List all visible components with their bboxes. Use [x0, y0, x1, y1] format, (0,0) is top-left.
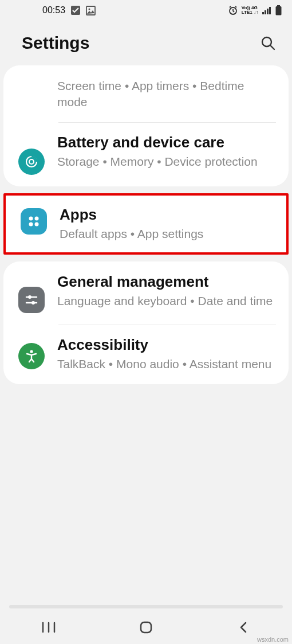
settings-item-title: General management	[57, 273, 276, 291]
settings-item-apps[interactable]: Apps Default apps • App settings	[6, 196, 286, 253]
svg-point-16	[29, 222, 33, 226]
settings-item-subtitle: Language and keyboard • Date and time	[57, 293, 276, 309]
svg-rect-26	[141, 622, 151, 633]
svg-rect-5	[265, 10, 266, 14]
nav-back-button[interactable]	[231, 615, 255, 639]
status-time: 00:53	[42, 5, 65, 15]
search-icon[interactable]	[260, 35, 276, 51]
settings-item-title: Accessibility	[57, 336, 276, 354]
svg-rect-9	[276, 6, 282, 15]
network-type-label: Vo)) 4GLTE1 ↓↑	[242, 6, 258, 15]
svg-rect-4	[262, 12, 264, 14]
header: Settings	[0, 21, 292, 65]
svg-point-22	[30, 350, 33, 353]
nav-home-button[interactable]	[134, 615, 158, 639]
settings-item-subtitle: Screen time • App timers • Bedtime mode	[57, 78, 276, 111]
settings-item-general-management[interactable]: General management Language and keyboard…	[3, 261, 289, 325]
nav-recent-button[interactable]	[37, 615, 61, 639]
settings-item-title: Apps	[60, 206, 274, 224]
settings-item-battery-care[interactable]: Battery and device care Storage • Memory…	[3, 122, 289, 186]
svg-point-2	[89, 8, 90, 10]
page-title: Settings	[22, 33, 89, 53]
settings-card-2: General management Language and keyboard…	[3, 261, 289, 384]
battery-care-icon	[18, 149, 45, 175]
battery-icon	[275, 5, 282, 15]
image-icon	[86, 6, 96, 15]
svg-rect-7	[269, 7, 271, 14]
svg-point-14	[29, 216, 33, 220]
scrollbar-horizontal[interactable]	[9, 605, 283, 608]
settings-item-title: Battery and device care	[57, 134, 276, 151]
checkbox-icon	[71, 6, 80, 15]
signal-icon	[262, 6, 272, 15]
settings-item-accessibility[interactable]: Accessibility TalkBack • Mono audio • As…	[3, 325, 289, 384]
settings-item-subtitle: Storage • Memory • Device protection	[57, 154, 276, 170]
svg-rect-8	[277, 5, 280, 6]
watermark: wsxdn.com	[257, 636, 289, 643]
status-bar: 00:53 Vo)) 4GLTE1 ↓↑	[0, 0, 292, 21]
alarm-icon	[228, 5, 238, 15]
svg-point-19	[28, 295, 31, 299]
settings-item-subtitle: TalkBack • Mono audio • Assistant menu	[57, 356, 276, 372]
general-management-icon	[18, 287, 45, 313]
highlight-box: Apps Default apps • App settings	[3, 193, 289, 255]
settings-card-1: Screen time • App timers • Bedtime mode …	[3, 65, 289, 186]
svg-point-21	[31, 301, 35, 305]
svg-line-11	[270, 45, 274, 49]
svg-point-13	[29, 159, 34, 164]
svg-rect-6	[267, 9, 269, 14]
settings-item-subtitle: Default apps • App settings	[60, 226, 274, 242]
accessibility-icon	[18, 343, 45, 369]
navigation-bar	[0, 611, 292, 644]
svg-point-17	[35, 222, 39, 226]
apps-icon	[21, 208, 47, 235]
settings-item-digital-wellbeing[interactable]: Screen time • App timers • Bedtime mode	[3, 65, 289, 122]
svg-point-15	[35, 216, 39, 220]
